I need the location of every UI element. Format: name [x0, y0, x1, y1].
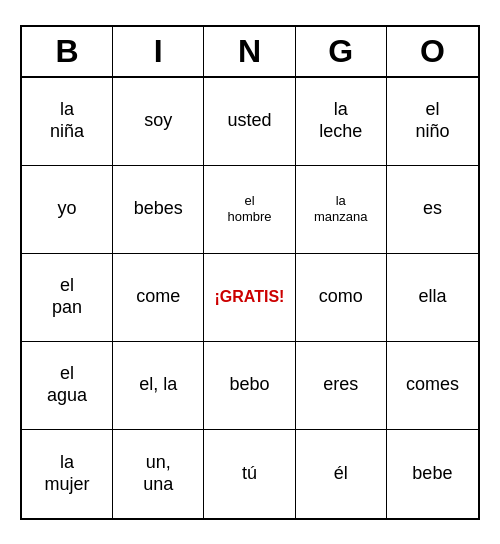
cell-r3-c4: comes: [387, 342, 478, 430]
bingo-header: BINGO: [22, 27, 478, 78]
cell-text: bebe: [412, 463, 452, 485]
header-letter: I: [113, 27, 204, 76]
cell-r4-c4: bebe: [387, 430, 478, 518]
cell-text: lamanzana: [314, 193, 367, 224]
cell-r1-c1: bebes: [113, 166, 204, 254]
cell-r2-c1: come: [113, 254, 204, 342]
cell-r4-c1: un,una: [113, 430, 204, 518]
cell-r3-c3: eres: [296, 342, 387, 430]
cell-r2-c0: elpan: [22, 254, 113, 342]
cell-r4-c0: lamujer: [22, 430, 113, 518]
cell-r0-c3: laleche: [296, 78, 387, 166]
cell-text: un,una: [143, 452, 173, 495]
cell-r0-c4: elniño: [387, 78, 478, 166]
cell-r0-c1: soy: [113, 78, 204, 166]
cell-text: laniña: [50, 99, 84, 142]
cell-r2-c3: como: [296, 254, 387, 342]
cell-text: elpan: [52, 275, 82, 318]
cell-r0-c2: usted: [204, 78, 295, 166]
cell-text: tú: [242, 463, 257, 485]
cell-text: laleche: [319, 99, 362, 142]
cell-text: elniño: [415, 99, 449, 142]
cell-text: bebo: [229, 374, 269, 396]
cell-r3-c1: el, la: [113, 342, 204, 430]
cell-text: elhombre: [227, 193, 271, 224]
cell-text: bebes: [134, 198, 183, 220]
cell-text: el, la: [139, 374, 177, 396]
cell-r0-c0: laniña: [22, 78, 113, 166]
cell-text: usted: [227, 110, 271, 132]
cell-text: come: [136, 286, 180, 308]
cell-text: eres: [323, 374, 358, 396]
cell-r1-c3: lamanzana: [296, 166, 387, 254]
cell-text: ella: [418, 286, 446, 308]
cell-text: es: [423, 198, 442, 220]
cell-r3-c2: bebo: [204, 342, 295, 430]
cell-text: yo: [58, 198, 77, 220]
header-letter: O: [387, 27, 478, 76]
cell-text: soy: [144, 110, 172, 132]
header-letter: G: [296, 27, 387, 76]
cell-r2-c2: ¡GRATIS!: [204, 254, 295, 342]
cell-r1-c2: elhombre: [204, 166, 295, 254]
cell-r2-c4: ella: [387, 254, 478, 342]
cell-r1-c4: es: [387, 166, 478, 254]
cell-r4-c2: tú: [204, 430, 295, 518]
header-letter: N: [204, 27, 295, 76]
gratis-label: ¡GRATIS!: [215, 288, 285, 306]
cell-text: como: [319, 286, 363, 308]
cell-r4-c3: él: [296, 430, 387, 518]
bingo-card: BINGO laniñasoyustedlalecheelniñoyobebes…: [20, 25, 480, 520]
cell-text: lamujer: [45, 452, 90, 495]
cell-text: él: [334, 463, 348, 485]
cell-text: comes: [406, 374, 459, 396]
cell-r3-c0: elagua: [22, 342, 113, 430]
cell-r1-c0: yo: [22, 166, 113, 254]
bingo-grid: laniñasoyustedlalecheelniñoyobebeselhomb…: [22, 78, 478, 518]
header-letter: B: [22, 27, 113, 76]
cell-text: elagua: [47, 363, 87, 406]
